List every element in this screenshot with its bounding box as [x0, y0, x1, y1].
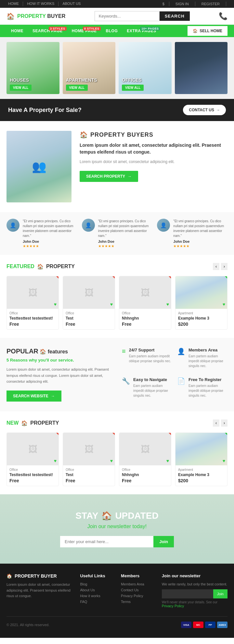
register-icon: 📄 [177, 377, 185, 385]
feature-register: 📄 Free To Register Earn partem audiam im… [177, 377, 228, 402]
feature-support-title: 24/7 Support [129, 348, 172, 352]
footer-newsletter-input[interactable] [162, 589, 213, 598]
featured-label2: PROPERTY [46, 264, 75, 269]
nav-blog[interactable]: BLOG [101, 25, 123, 37]
testimonial-3-text: "Et vmi graeco principes. Cu dico nullam… [173, 219, 228, 238]
feature-register-desc: Earn partem audiam impedit oblique propr… [188, 383, 228, 398]
nav-extra-pages[interactable]: EXTRA PAGES 10+ PAGES [122, 25, 161, 37]
footer-link-about[interactable]: About Us [80, 588, 113, 592]
newsletter-email-input[interactable] [60, 536, 153, 547]
view-all-offices[interactable]: VIEW ALL [122, 85, 144, 91]
support-icon: ≡ [122, 348, 126, 355]
new-type-3: Office [122, 468, 168, 472]
new-fav-4[interactable]: ♥ [223, 458, 225, 463]
new-fav-3[interactable]: ♥ [166, 458, 169, 463]
image-placeholder-icon-3: 🖼 [141, 287, 150, 298]
feature-navigate-title: Easy to Navigate [133, 377, 172, 382]
footer-link-members-area[interactable]: Members Area [121, 582, 154, 586]
search-website-arrow: → [51, 394, 55, 398]
register-link[interactable]: REGISTER [202, 2, 220, 6]
featured-price-2: Free [66, 322, 112, 327]
new-type-2: Office [66, 468, 112, 472]
new-info-3: Office Nhhnghn Free [119, 465, 171, 486]
how-it-works-toplink[interactable]: HOW IT WORKS [27, 2, 54, 6]
new-prev-button[interactable]: ‹ [213, 419, 219, 427]
testimonial-1: 👤 "Et vmi graeco principes. Cu dico null… [6, 219, 77, 248]
footer-link-terms[interactable]: Terms [121, 600, 154, 604]
testimonial-2-name: John Doe [98, 240, 152, 243]
nav-search-page[interactable]: SEARCH PAGE 3 STYLES [28, 25, 67, 37]
feature-support: ≡ 24/7 Support Earn partem audiam impedi… [122, 348, 172, 372]
popular-green-text: 5 Reasons why you'll our service. [6, 358, 112, 363]
nav-home[interactable]: HOME [6, 25, 28, 37]
testimonial-1-stars: ★★★★★ [23, 244, 77, 248]
testimonial-3: 👤 "Et vmi graeco principes. Cu dico null… [157, 219, 228, 248]
fav-icon-3[interactable]: ♥ [166, 302, 169, 307]
sell-home-button[interactable]: 🏠 SELL HOME [188, 26, 228, 36]
footer-newsletter-button[interactable]: Join [213, 589, 228, 598]
newsletter-submit-button[interactable]: Join [153, 536, 174, 547]
new-name-2: Test [66, 473, 112, 477]
new-card-1: 🖼 FEATURED ♥ Office Testtesttest testest… [6, 432, 59, 486]
featured-name-2: Test [66, 316, 112, 321]
search-button[interactable]: SEARCH [160, 11, 190, 21]
featured-grid: 🖼 FEATURED ♥ Office Testtesttest testest… [6, 276, 228, 330]
feature-support-desc: Earn partem audiam impedit oblique propr… [129, 354, 172, 363]
new-next-button[interactable]: › [221, 419, 228, 427]
sign-in-link[interactable]: SIGN IN [176, 2, 189, 6]
footer-members: Members Members Area Contact Us Privacy … [121, 573, 154, 610]
new-name-1: Testtesttest testesttest! [9, 473, 56, 477]
footer-link-how[interactable]: How it works [80, 594, 113, 598]
new-title: NEW 🏠 PROPERTY [6, 420, 59, 426]
new-fav-1[interactable]: ♥ [54, 458, 57, 463]
view-all-houses[interactable]: VIEW ALL [10, 85, 32, 91]
home-badge: 8 STYLES [83, 27, 101, 31]
new-fav-2[interactable]: ♥ [110, 458, 113, 463]
avatar-2: 👤 [82, 219, 95, 232]
footer-link-contact[interactable]: Contact Us [121, 588, 154, 592]
featured-info-3: Office Nhhnghn Free [119, 309, 171, 329]
newsletter-house-icon: 🏠 [101, 511, 112, 521]
footer-privacy-link[interactable]: Privacy Policy [162, 604, 228, 608]
new-label2: PROPERTY [30, 420, 59, 426]
featured-info-2: Office Test Free [63, 309, 115, 329]
fav-icon-2[interactable]: ♥ [110, 302, 113, 307]
new-img-1: 🖼 FEATURED ♥ [7, 433, 58, 465]
search-input[interactable] [95, 11, 160, 21]
contact-us-button[interactable]: CONTACT US → [183, 105, 226, 115]
hero-section: HOUSES VIEW ALL APARTMENTS VIEW ALL OFFI… [0, 37, 234, 99]
new-price-2: Free [66, 478, 112, 483]
view-all-apartments[interactable]: VIEW ALL [66, 85, 88, 91]
popular-left: POPULAR 🏠 features 5 Reasons why you'll … [6, 348, 112, 402]
phone-icon[interactable]: 📞 [219, 12, 228, 21]
fav-icon-1[interactable]: ♥ [54, 302, 57, 307]
featured-type-2: Office [66, 311, 112, 315]
testimonial-3-name: John Doe [173, 240, 228, 243]
search-property-button[interactable]: SEARCH PROPERTY → [80, 171, 138, 182]
featured-next-button[interactable]: › [221, 263, 228, 270]
footer-link-privacy[interactable]: Privacy Policy [121, 594, 154, 598]
new-placeholder-icon-1: 🖼 [28, 444, 37, 455]
featured-label1: FEATURED [6, 264, 34, 269]
visa-icon: VISA [181, 622, 191, 628]
testimonial-1-text: "Et vmi graeco principes. Cu dico nullam… [23, 219, 77, 238]
footer-about: 🏠 PROPERTY BUYER Lorem ipsum dolor sit a… [6, 573, 72, 610]
popular-label2: features [48, 349, 68, 354]
footer-link-blog[interactable]: Blog [80, 582, 113, 586]
home-toplink[interactable]: HOME [8, 2, 19, 6]
feature-members-title: Members Area [188, 348, 228, 352]
image-placeholder-icon: 🖼 [28, 287, 37, 298]
fav-icon-4[interactable]: ♥ [223, 302, 225, 307]
featured-prev-button[interactable]: ‹ [213, 263, 219, 270]
search-website-button[interactable]: SEARCH WEBSITE → [6, 391, 61, 402]
featured-price-4: $200 [178, 322, 225, 327]
new-img-2: 🖼 FEATURED ♥ [63, 433, 115, 465]
nav-home-page[interactable]: HOME PAGE 8 STYLES [67, 25, 101, 37]
newsletter-form: Join [60, 536, 174, 547]
footer-note-text: We'll never share your details. See our [162, 600, 217, 604]
sell-home-label: SELL HOME [200, 29, 222, 33]
about-toplink[interactable]: ABOUT US [62, 2, 81, 6]
main-nav: HOME SEARCH PAGE 3 STYLES HOME PAGE 8 ST… [0, 25, 234, 37]
footer-link-faq[interactable]: FAQ [80, 600, 113, 604]
new-price-4: $200 [178, 478, 225, 483]
